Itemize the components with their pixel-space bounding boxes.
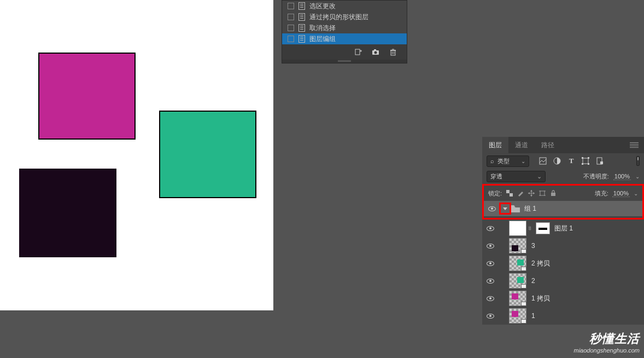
watermark-text-cn: 秒懂生活 <box>574 331 640 347</box>
svg-rect-16 <box>582 163 583 165</box>
svg-rect-14 <box>582 157 583 159</box>
filter-shape-icon[interactable] <box>582 157 589 165</box>
history-item[interactable]: 图层编组 <box>282 33 407 44</box>
layer-name[interactable]: 图层 1 <box>554 224 573 233</box>
layer-row[interactable]: 1 <box>482 307 644 325</box>
trash-icon[interactable] <box>389 48 397 56</box>
group-chevron-highlight[interactable] <box>499 203 511 215</box>
lock-artboard-icon[interactable] <box>538 190 546 197</box>
visibility-icon[interactable] <box>487 244 494 249</box>
svg-rect-19 <box>600 161 603 164</box>
layer-thumbnail[interactable] <box>509 291 526 306</box>
visibility-icon[interactable] <box>487 226 494 231</box>
blend-mode-select[interactable]: 穿透 <box>487 171 546 182</box>
layer-name[interactable]: 1 <box>531 312 535 320</box>
layer-thumbnail[interactable] <box>509 273 526 288</box>
history-label: 图层编组 <box>309 34 336 44</box>
watermark: 秒懂生活 miaodongshenghuo.com <box>574 331 640 354</box>
mask-link-icon[interactable]: 𝟾 <box>527 225 532 232</box>
layer-row[interactable]: 1 拷贝 <box>482 290 644 307</box>
new-document-icon[interactable] <box>354 48 362 56</box>
lock-pixels-icon[interactable] <box>517 190 524 197</box>
layers-panel: 图层 通道 路径 ⌕ 类型 T 穿透 不透明度: 100% ⌄ 锁定: <box>482 137 644 325</box>
document-icon <box>298 24 305 32</box>
history-item[interactable]: 取消选择 <box>282 22 407 33</box>
document-icon <box>298 2 305 10</box>
layer-thumbnail[interactable] <box>509 308 526 324</box>
layer-row[interactable]: 3 <box>482 237 644 255</box>
layer-name[interactable]: 2 拷贝 <box>531 259 550 268</box>
chevron-down-icon <box>503 207 507 210</box>
filter-smart-icon[interactable] <box>596 157 604 165</box>
visibility-icon[interactable] <box>487 279 494 284</box>
layer-name[interactable]: 组 1 <box>524 204 536 213</box>
layer-thumbnail[interactable] <box>509 221 526 236</box>
history-checkbox[interactable] <box>288 14 294 20</box>
layer-name[interactable]: 2 <box>531 277 535 285</box>
visibility-icon[interactable] <box>487 261 494 266</box>
history-checkbox[interactable] <box>288 25 294 31</box>
camera-icon[interactable] <box>372 48 379 56</box>
document-icon <box>298 35 305 43</box>
panel-menu-icon[interactable] <box>630 142 639 148</box>
layer-row[interactable]: 2 <box>482 272 644 290</box>
shape-magenta-rectangle[interactable] <box>38 53 136 140</box>
tab-channels[interactable]: 通道 <box>508 137 535 153</box>
svg-rect-28 <box>540 191 545 195</box>
opacity-dropdown-icon[interactable]: ⌄ <box>635 174 640 180</box>
svg-rect-21 <box>510 193 513 197</box>
svg-marker-25 <box>530 195 532 197</box>
filter-pixel-icon[interactable] <box>539 157 547 165</box>
svg-rect-17 <box>588 163 589 165</box>
layer-mask-thumbnail[interactable] <box>536 222 550 234</box>
filter-row: ⌕ 类型 T <box>482 153 644 169</box>
lock-transparent-icon[interactable] <box>506 190 513 197</box>
layer-name[interactable]: 3 <box>531 242 535 250</box>
history-label: 通过拷贝的形状图层 <box>309 13 368 22</box>
filter-icons: T <box>539 157 604 165</box>
fill-label: 填充: <box>595 189 608 198</box>
shape-dark-rectangle[interactable] <box>19 169 116 257</box>
visibility-icon[interactable] <box>487 296 494 301</box>
tab-layers[interactable]: 图层 <box>482 137 508 153</box>
svg-marker-27 <box>533 192 535 194</box>
lock-position-icon[interactable] <box>528 190 535 197</box>
svg-rect-20 <box>506 190 510 193</box>
fill-dropdown-icon[interactable]: ⌄ <box>634 190 638 197</box>
shape-badge-icon <box>521 302 526 306</box>
tab-paths[interactable]: 路径 <box>535 137 561 153</box>
svg-rect-11 <box>540 158 546 164</box>
filter-toggle[interactable] <box>636 156 640 166</box>
svg-rect-33 <box>551 193 555 196</box>
kind-filter-dropdown[interactable]: ⌕ 类型 <box>487 155 529 167</box>
history-checkbox[interactable] <box>288 3 294 9</box>
shape-badge-icon <box>521 249 526 253</box>
history-item[interactable]: 通过拷贝的形状图层 <box>282 11 407 22</box>
visibility-icon[interactable] <box>487 314 494 319</box>
shape-green-rectangle[interactable] <box>159 111 256 198</box>
layer-group-row[interactable]: 组 1 <box>484 201 642 216</box>
blend-mode-value: 穿透 <box>490 172 502 181</box>
filter-type-icon[interactable]: T <box>567 157 575 165</box>
history-item[interactable]: 选区更改 <box>282 1 407 11</box>
layer-name[interactable]: 1 拷贝 <box>531 294 550 303</box>
filter-adjustment-icon[interactable] <box>553 157 561 165</box>
kind-label: 类型 <box>497 157 510 165</box>
layer-thumbnail[interactable] <box>509 256 526 271</box>
tutorial-highlight: 锁定: 填充: 100% ⌄ 组 1 <box>482 184 644 220</box>
layer-thumbnail[interactable] <box>509 238 526 253</box>
history-checkbox[interactable] <box>288 36 294 42</box>
lock-all-icon[interactable] <box>549 190 557 197</box>
history-panel: 选区更改 通过拷贝的形状图层 取消选择 图层编组 <box>282 0 407 63</box>
svg-point-4 <box>374 51 377 54</box>
svg-rect-5 <box>374 49 376 51</box>
fill-value[interactable]: 100% <box>612 190 630 197</box>
visibility-icon[interactable] <box>488 206 496 211</box>
layer-row[interactable]: 2 拷贝 <box>482 255 644 272</box>
resize-handle[interactable] <box>282 60 407 63</box>
opacity-value[interactable]: 100% <box>613 173 631 180</box>
layer-row[interactable]: 𝟾 图层 1 <box>482 220 644 237</box>
panel-tabs: 图层 通道 路径 <box>482 137 644 153</box>
canvas-area[interactable] <box>0 0 273 310</box>
svg-rect-13 <box>583 158 588 164</box>
